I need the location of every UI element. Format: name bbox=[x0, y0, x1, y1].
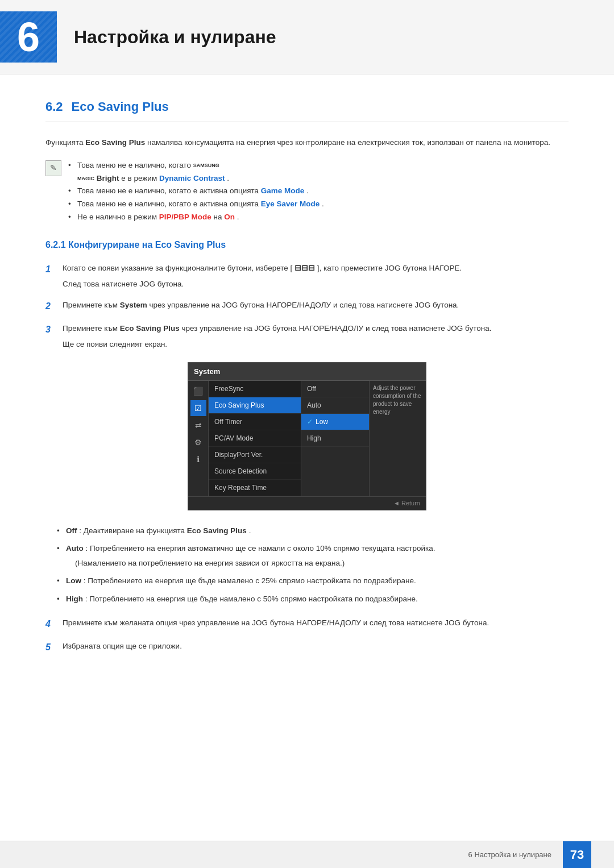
submenu-high: High bbox=[301, 430, 369, 447]
menu-items-list: FreeSync Eco Saving Plus Off Timer PC/AV… bbox=[209, 381, 301, 496]
note3-period: . bbox=[322, 200, 324, 208]
menu-title: System bbox=[194, 367, 220, 376]
chapter-number-box: 6 bbox=[0, 11, 57, 63]
step2-bold: System bbox=[120, 301, 147, 309]
intro-paragraph: Функцията Eco Saving Plus намалява консу… bbox=[45, 136, 569, 149]
chapter-title: Настройка и нулиране bbox=[74, 23, 276, 51]
section-number: 6.2 bbox=[45, 97, 63, 116]
menu-screenshot: System ⬛ ☑ ⇄ ⚙ ℹ FreeSync Eco Saving Plu… bbox=[188, 362, 426, 510]
step-5-content: Избраната опция ще се приложи. bbox=[63, 640, 182, 653]
note1-text-before: Това меню не е налично, когато bbox=[77, 161, 193, 169]
step-5-number: 5 bbox=[45, 641, 56, 654]
menu-screenshot-container: System ⬛ ☑ ⇄ ⚙ ℹ FreeSync Eco Saving Plu… bbox=[45, 362, 569, 510]
submenu-auto: Auto bbox=[301, 397, 369, 414]
eye-saver-label: Eye Saver Mode bbox=[261, 200, 320, 208]
note-icon-symbol: ✎ bbox=[50, 162, 57, 174]
option-high-bold: High bbox=[66, 595, 83, 603]
note4-text-before: Не е налично в режим bbox=[77, 213, 159, 221]
step2-text-before: Преминете към bbox=[63, 301, 120, 309]
step-3-sub2: Ще се появи следният екран. bbox=[63, 338, 491, 351]
intro-rest-text: намалява консумацията на енергия чрез ко… bbox=[147, 138, 550, 147]
option-off-bold: Off bbox=[66, 526, 77, 535]
option-high-text: : Потреблението на енергия ще бъде намал… bbox=[85, 595, 418, 603]
chapter-number: 6 bbox=[17, 11, 40, 63]
note-item-1: Това меню не е налично, когато SAMSUNGMA… bbox=[68, 159, 324, 185]
section-heading: 6.2 Eco Saving Plus bbox=[45, 97, 569, 122]
step-2-content: Преминете към System чрез управление на … bbox=[63, 299, 459, 312]
step-3: 3 Преминете към Eco Saving Plus чрез упр… bbox=[45, 322, 569, 350]
step3-text-before: Преминете към bbox=[63, 324, 120, 333]
chapter-header: 6 Настройка и нулиране bbox=[0, 0, 614, 74]
game-mode-label: Game Mode bbox=[261, 186, 305, 195]
menu-submenu: Off Auto ✓ Low High bbox=[301, 381, 369, 496]
menu-item-off-timer: Off Timer bbox=[209, 414, 301, 430]
note1-text-middle: е в режим bbox=[121, 174, 159, 182]
note2-text: Това меню не е налично, когато е активна… bbox=[77, 186, 261, 195]
step-4-number: 4 bbox=[45, 617, 56, 631]
subsection-title: Конфигуриране на Eco Saving Plus bbox=[68, 240, 226, 250]
option-high: High : Потреблението на енергия ще бъде … bbox=[57, 593, 569, 605]
option-off-text: : Деактивиране на функцията bbox=[79, 526, 187, 535]
note-box: ✎ Това меню не е налично, когато SAMSUNG… bbox=[45, 159, 569, 225]
note1-period: . bbox=[227, 174, 229, 182]
note-items-list: Това меню не е налично, когато SAMSUNGMA… bbox=[68, 159, 324, 225]
subsection-number: 6.2.1 bbox=[45, 240, 66, 250]
option-auto-bold: Auto bbox=[66, 544, 84, 553]
option-off-period: . bbox=[249, 526, 251, 535]
submenu-low-label: Low bbox=[316, 417, 328, 427]
step-1-number: 1 bbox=[45, 263, 56, 276]
step1-text-after: ], като преместите JOG бутона НАГОРЕ. bbox=[317, 264, 462, 272]
option-auto-text: : Потреблението на енергия автоматично щ… bbox=[86, 544, 435, 553]
option-auto: Auto : Потреблението на енергия автомати… bbox=[57, 542, 569, 569]
on-label: On bbox=[224, 213, 235, 221]
step-5: 5 Избраната опция ще се приложи. bbox=[45, 640, 569, 654]
menu-help-text: Adjust the power consumption of the prod… bbox=[369, 381, 426, 496]
note-item-2: Това меню не е налично, когато е активна… bbox=[68, 185, 324, 198]
menu-footer: ◄ Return bbox=[188, 496, 426, 510]
note-icon: ✎ bbox=[45, 160, 61, 176]
intro-text: Функцията bbox=[45, 138, 85, 147]
section-title: Eco Saving Plus bbox=[72, 97, 169, 116]
step-1-content: Когато се появи указание за функционални… bbox=[63, 262, 462, 290]
option-low-bold: Low bbox=[66, 576, 81, 585]
menu-icon-arrows: ⇄ bbox=[190, 417, 206, 433]
menu-item-displayport: DisplayPort Ver. bbox=[209, 447, 301, 463]
menu-icon-system: ☑ bbox=[190, 400, 206, 416]
note-item-3: Това меню не е налично, когато е активна… bbox=[68, 198, 324, 211]
menu-item-source: Source Detection bbox=[209, 463, 301, 480]
option-off: Off : Деактивиране на функцията Eco Savi… bbox=[57, 525, 569, 537]
menu-icon-info: ℹ bbox=[190, 451, 206, 467]
step-2: 2 Преминете към System чрез управление н… bbox=[45, 299, 569, 313]
step-4: 4 Преминете към желаната опция чрез упра… bbox=[45, 617, 569, 631]
note4-period: . bbox=[237, 213, 239, 221]
menu-header: System bbox=[188, 363, 426, 381]
step3-text-after: чрез управление на JOG бутона НАГОРЕ/НАД… bbox=[182, 324, 492, 333]
menu-item-pcav: PC/AV Mode bbox=[209, 430, 301, 447]
submenu-low[interactable]: ✓ Low bbox=[301, 414, 369, 430]
step1-icon: ⊟⊟⊟ bbox=[294, 264, 315, 272]
step-1: 1 Когато се появи указание за функционал… bbox=[45, 262, 569, 290]
step-3-number: 3 bbox=[45, 323, 56, 337]
page-footer: 6 Настройка и нулиране 73 bbox=[0, 841, 614, 868]
step-2-number: 2 bbox=[45, 300, 56, 313]
step1-text-before: Когато се появи указание за функционални… bbox=[63, 264, 292, 272]
menu-item-freesync: FreeSync bbox=[209, 381, 301, 397]
option-off-bold2: Eco Saving Plus bbox=[187, 526, 247, 535]
step2-text-after: чрез управление на JOG бутона НАГОРЕ/НАД… bbox=[150, 301, 459, 309]
note3-text: Това меню не е налично, когато е активна… bbox=[77, 200, 261, 208]
step-1-sub: След това натиснете JOG бутона. bbox=[63, 278, 462, 290]
step-4-content: Преминете към желаната опция чрез управл… bbox=[63, 617, 489, 629]
note4-text-middle: на bbox=[214, 213, 225, 221]
menu-icon-monitor: ⬛ bbox=[190, 383, 206, 399]
pip-pbp-label: PIP/PBP Mode bbox=[159, 213, 211, 221]
menu-item-eco-saving[interactable]: Eco Saving Plus bbox=[209, 397, 301, 414]
dynamic-contrast-label: Dynamic Contrast bbox=[159, 174, 225, 182]
option-auto-sub: (Намалението на потреблението на енергия… bbox=[75, 557, 569, 570]
option-low: Low : Потреблението на енергия ще бъде н… bbox=[57, 575, 569, 587]
check-icon: ✓ bbox=[307, 417, 313, 427]
options-list: Off : Деактивиране на функцията Eco Savi… bbox=[57, 525, 569, 605]
submenu-off: Off bbox=[301, 381, 369, 397]
option-low-text: : Потреблението на енергия ще бъде намал… bbox=[84, 576, 416, 585]
step-3-content: Преминете към Eco Saving Plus чрез управ… bbox=[63, 322, 491, 350]
note-item-4: Не е налично в режим PIP/PBP Mode на On … bbox=[68, 211, 324, 224]
